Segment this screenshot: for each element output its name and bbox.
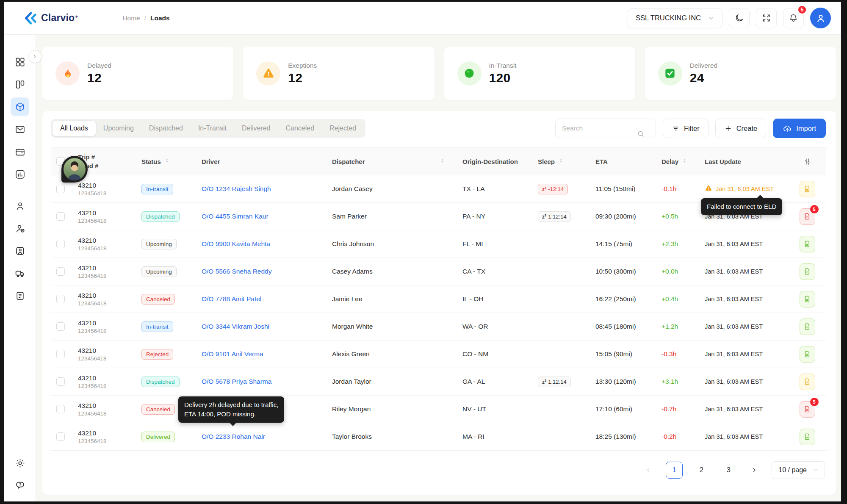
- column-settings-icon[interactable]: [803, 157, 812, 166]
- sidebar-item-wallet[interactable]: [11, 142, 29, 161]
- column-header-doc[interactable]: [789, 157, 826, 166]
- row-checkbox[interactable]: [56, 405, 65, 413]
- row-checkbox[interactable]: [56, 377, 65, 386]
- driver-link[interactable]: O/O 4455 Simran Kaur: [202, 213, 268, 220]
- sort-caret-icon[interactable]: [558, 158, 564, 165]
- sidebar-item-truck[interactable]: [11, 264, 29, 282]
- row-checkbox[interactable]: [56, 295, 65, 303]
- sidebar-item-user[interactable]: [11, 197, 29, 215]
- sidebar-item-help[interactable]: ?: [11, 476, 29, 495]
- sidebar-item-user-check[interactable]: [11, 219, 29, 238]
- document-button[interactable]: 5: [800, 401, 815, 418]
- tab-rejected[interactable]: Rejected: [322, 121, 364, 136]
- gear-icon: [15, 458, 25, 468]
- row-checkbox[interactable]: [56, 350, 65, 358]
- document-icon: [803, 405, 811, 413]
- pagination-page-1[interactable]: 1: [666, 462, 683, 479]
- column-header-dispatcher[interactable]: Dispatcher: [326, 158, 457, 165]
- fullscreen-button[interactable]: [756, 8, 777, 28]
- logo-link[interactable]: Clarvio+: [23, 12, 78, 25]
- driver-link[interactable]: O/O 2233 Rohan Nair: [202, 433, 265, 440]
- sidebar-item-mail[interactable]: [11, 120, 29, 138]
- tab-upcoming[interactable]: Upcoming: [96, 121, 141, 136]
- stat-card-exeptions: Exeptions12: [243, 47, 434, 100]
- pagination: 12310 / page: [42, 451, 836, 495]
- column-header-delay[interactable]: Delay: [656, 158, 699, 165]
- row-checkbox[interactable]: [56, 267, 65, 276]
- notifications-button[interactable]: 5: [783, 8, 804, 28]
- tab-dispatched[interactable]: Dispatched: [141, 121, 191, 136]
- tab-in-transit[interactable]: In-Transit: [191, 121, 234, 136]
- plus-icon: [724, 125, 732, 133]
- status-badge: Canceled: [141, 294, 175, 305]
- column-header-status[interactable]: Status: [136, 158, 196, 165]
- dark-mode-button[interactable]: [729, 8, 750, 28]
- document-button[interactable]: [800, 236, 815, 252]
- filter-label: Filter: [684, 125, 700, 133]
- sidebar-item-cube[interactable]: [11, 97, 29, 116]
- row-checkbox[interactable]: [56, 432, 65, 441]
- driver-link[interactable]: O/O 7788 Amit Patel: [202, 295, 261, 303]
- create-button[interactable]: Create: [715, 119, 767, 138]
- driver-link[interactable]: O/O 9101 Anil Verma: [202, 350, 263, 358]
- page-size-selector[interactable]: 10 / page: [772, 461, 825, 479]
- sort-caret-icon[interactable]: [439, 158, 446, 165]
- document-button[interactable]: [800, 263, 815, 280]
- document-button[interactable]: [800, 318, 815, 335]
- trip-number: 43210: [78, 402, 107, 410]
- column-header-sleep[interactable]: Sleep: [533, 158, 590, 165]
- dashboard-icon: [15, 57, 25, 67]
- load-number: 123456418: [78, 438, 107, 444]
- document-button[interactable]: [800, 181, 815, 197]
- sidebar-item-kanban[interactable]: [11, 75, 29, 94]
- row-checkbox[interactable]: [56, 322, 65, 331]
- sidebar-item-building[interactable]: [11, 286, 29, 305]
- logo-icon: [23, 12, 37, 25]
- document-icon: [803, 240, 811, 248]
- document-button[interactable]: [800, 346, 815, 363]
- tooltip-arrow: [756, 195, 764, 199]
- user-check-icon: [15, 223, 25, 234]
- tab-canceled[interactable]: Canceled: [278, 121, 322, 136]
- document-button[interactable]: [800, 291, 815, 307]
- dispatcher-name: Jordan Casey: [326, 185, 457, 193]
- pagination-prev-button[interactable]: [641, 463, 656, 477]
- table-row: 43210123456418DeliveredO/O 2233 Rohan Na…: [51, 423, 826, 451]
- chevron-right-icon: [32, 53, 38, 60]
- sleep-badge: zz1:12:14: [538, 211, 571, 222]
- driver-link[interactable]: O/O 9900 Kavita Mehta: [202, 240, 270, 248]
- document-button[interactable]: [800, 374, 815, 390]
- sidebar-item-user-badge[interactable]: [11, 241, 29, 260]
- breadcrumb-home[interactable]: Home: [122, 14, 140, 22]
- document-button[interactable]: 5: [800, 208, 815, 225]
- company-selector[interactable]: SSL TRUCKING INC: [628, 8, 722, 28]
- sidebar-item-gear[interactable]: [11, 454, 29, 472]
- sidebar-expand-button[interactable]: [28, 50, 42, 63]
- app-window: Clarvio+ Home / Loads SSL TRUCKING INC 5: [4, 2, 841, 501]
- driver-link[interactable]: O/O 5678 Priya Sharma: [202, 378, 271, 385]
- import-button[interactable]: Import: [773, 119, 826, 138]
- document-button[interactable]: [800, 429, 815, 445]
- tab-delivered[interactable]: Delivered: [234, 121, 278, 136]
- logo-text: Clarvio: [41, 12, 75, 23]
- driver-link[interactable]: O/O 3344 Vikram Joshi: [202, 323, 269, 330]
- user-avatar[interactable]: [810, 8, 831, 28]
- sidebar-item-dashboard[interactable]: [11, 53, 29, 71]
- sidebar-item-chart[interactable]: [11, 165, 29, 183]
- sort-caret-icon[interactable]: [681, 158, 688, 165]
- origin-destination: WA - OR: [457, 323, 533, 330]
- pagination-page-3[interactable]: 3: [720, 462, 737, 479]
- driver-link[interactable]: O/O 1234 Rajesh Singh: [202, 185, 271, 193]
- driver-link[interactable]: O/O 5566 Sneha Reddy: [202, 268, 271, 275]
- tab-all-loads[interactable]: All Loads: [53, 121, 96, 136]
- row-checkbox[interactable]: [56, 240, 65, 248]
- row-checkbox[interactable]: [56, 185, 65, 193]
- pagination-next-button[interactable]: [747, 463, 761, 477]
- filter-button[interactable]: Filter: [663, 119, 709, 138]
- delivery-delay-tooltip: Delivery 2h delayed due to traffic, ETA …: [178, 396, 284, 423]
- trip-number: 43210: [78, 429, 107, 437]
- building-icon: [15, 291, 25, 301]
- sort-caret-icon[interactable]: [164, 158, 170, 165]
- pagination-page-2[interactable]: 2: [693, 462, 710, 479]
- row-checkbox[interactable]: [56, 212, 65, 221]
